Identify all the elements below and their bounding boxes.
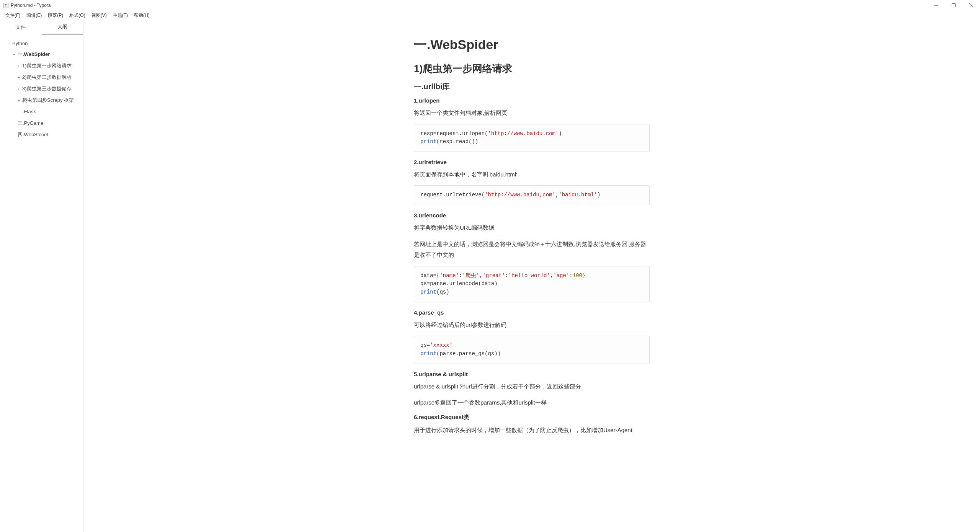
paragraph[interactable]: 若网址上是中文的话，浏览器是会将中文编码成%＋十六进制数,浏览器发送给服务器,服… (414, 239, 650, 261)
tab-outline[interactable]: 大纲 (42, 20, 83, 34)
outline-item-step3[interactable]: + 3)爬虫第三步数据储存 (2, 83, 81, 95)
menu-help[interactable]: 帮助(H) (131, 11, 153, 20)
sidebar-tabs: 文件 大纲 (0, 20, 83, 34)
menu-format[interactable]: 格式(O) (66, 11, 88, 20)
menu-paragraph[interactable]: 段落(P) (45, 11, 66, 20)
outline-label: 四.WebStcoet (18, 131, 48, 138)
tab-files[interactable]: 文件 (0, 20, 42, 34)
outline-item-python[interactable]: − Python (2, 38, 81, 49)
outline-item-step1[interactable]: + 1)爬虫第一步网络请求 (2, 60, 81, 72)
expand-icon[interactable]: + (17, 86, 21, 91)
outline-item-step4[interactable]: + 爬虫第四步Scrapy 框架 (2, 95, 81, 106)
code-block[interactable]: request.urlretrieve('http://www.baidu,co… (414, 185, 650, 205)
paragraph[interactable]: urlparse & urlsplit 对url进行分割，分成若干个部分，返回这… (414, 381, 650, 392)
menu-theme[interactable]: 主题(T) (110, 11, 131, 20)
paragraph[interactable]: urlparse多返回了一个参数params,其他和urlsplit一样 (414, 397, 650, 408)
window-title: Python.md - Typora (11, 3, 51, 8)
outline-item-flask[interactable]: 二.Flask (2, 106, 81, 117)
expand-icon[interactable]: + (17, 64, 21, 68)
close-button[interactable] (962, 0, 980, 11)
menu-file[interactable]: 文件(F) (2, 11, 23, 20)
title-bar: T Python.md - Typora (0, 0, 980, 11)
outline-panel: − Python − 一.WebSpider + 1)爬虫第一步网络请求 + 2… (0, 34, 83, 532)
heading-s4[interactable]: 4.parse_qs (414, 309, 650, 316)
sidebar: 文件 大纲 − Python − 一.WebSpider + 1)爬虫第一步网络… (0, 20, 83, 532)
outline-label: 2)爬虫第二步数据解析 (22, 74, 72, 81)
maximize-icon (952, 3, 956, 7)
minimize-icon (934, 3, 938, 7)
heading-h3[interactable]: 一.urllbi库 (414, 82, 650, 92)
paragraph[interactable]: 用于进行添加请求头的时候，增加一些数据（为了防止反爬虫），比如增加User-Ag… (414, 425, 650, 436)
menu-view[interactable]: 视图(V) (88, 11, 110, 20)
paragraph[interactable]: 将返回一个类文件句柄对象,解析网页 (414, 108, 650, 119)
heading-s2[interactable]: 2.urlretrieve (414, 159, 650, 165)
heading-s1[interactable]: 1.urlopen (414, 97, 650, 104)
code-block[interactable]: qs='xxxxx' print(parse.parse_qs(qs)) (414, 336, 650, 364)
outline-label: Python (12, 41, 28, 46)
heading-h1[interactable]: 一.WebSpider (414, 36, 650, 54)
menu-edit[interactable]: 编辑(E) (23, 11, 45, 20)
outline-item-webspider[interactable]: − 一.WebSpider (2, 49, 81, 60)
menu-bar: 文件(F) 编辑(E) 段落(P) 格式(O) 视图(V) 主题(T) 帮助(H… (0, 11, 980, 20)
outline-item-websocket[interactable]: 四.WebStcoet (2, 129, 81, 140)
svg-rect-0 (952, 4, 956, 7)
heading-s3[interactable]: 3.urlencode (414, 212, 650, 219)
code-block[interactable]: data={'name':'爬虫','great':'hello world',… (414, 266, 650, 302)
heading-h2[interactable]: 1)爬虫第一步网络请求 (414, 62, 650, 75)
paragraph[interactable]: 将字典数据转换为URL编码数据 (414, 222, 650, 233)
minimize-button[interactable] (927, 0, 945, 11)
expand-icon[interactable]: + (17, 98, 21, 103)
maximize-button[interactable] (945, 0, 962, 11)
outline-item-step2[interactable]: + 2)爬虫第二步数据解析 (2, 72, 81, 83)
outline-label: 三.PyGame (18, 120, 43, 127)
close-icon (969, 3, 973, 7)
paragraph[interactable]: 将页面保存到本地中，名字叫'baidu.html' (414, 169, 650, 180)
paragraph[interactable]: 可以将经过编码后的url参数进行解码 (414, 320, 650, 331)
code-block[interactable]: resp=request.urlopen('http://www.baidu.c… (414, 124, 650, 152)
outline-label: 二.Flask (18, 108, 36, 115)
outline-label: 1)爬虫第一步网络请求 (22, 62, 72, 69)
collapse-icon[interactable]: − (7, 41, 11, 46)
outline-item-pygame[interactable]: 三.PyGame (2, 117, 81, 129)
editor[interactable]: 一.WebSpider 1)爬虫第一步网络请求 一.urllbi库 1.urlo… (83, 20, 980, 532)
expand-icon[interactable]: + (17, 75, 21, 80)
heading-s6[interactable]: 6.request.Request类 (414, 414, 650, 421)
collapse-icon[interactable]: − (12, 52, 16, 57)
window-controls (927, 0, 980, 11)
heading-s5[interactable]: 5.urlparse & urlsplit (414, 371, 650, 377)
outline-label: 3)爬虫第三步数据储存 (22, 85, 72, 92)
outline-label: 一.WebSpider (18, 51, 50, 58)
outline-label: 爬虫第四步Scrapy 框架 (22, 97, 74, 104)
app-icon: T (3, 3, 8, 8)
